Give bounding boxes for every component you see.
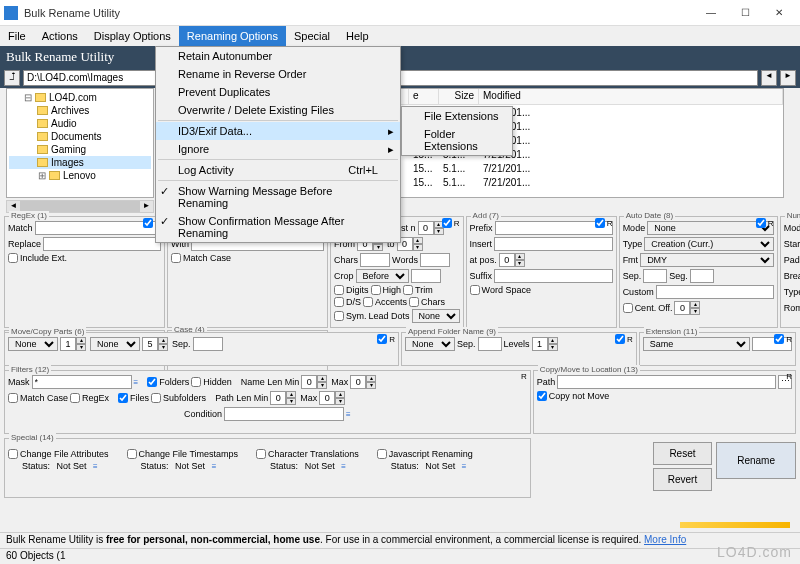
mc-select2[interactable]: None — [90, 337, 140, 351]
chars-input[interactable] — [360, 253, 390, 267]
minimize-button[interactable]: — — [694, 2, 728, 24]
group-enable-checkbox[interactable] — [143, 218, 153, 228]
menuitem-confirm-after[interactable]: ✓Show Confirmation Message After Renamin… — [156, 212, 400, 242]
fmt-select[interactable]: DMY — [640, 253, 774, 267]
hidden-checkbox[interactable] — [191, 377, 201, 387]
subfolders-checkbox[interactable] — [151, 393, 161, 403]
include-ext-checkbox[interactable] — [8, 253, 18, 263]
matchcase-checkbox[interactable] — [8, 393, 18, 403]
mc-sep-input[interactable] — [193, 337, 223, 351]
chars-checkbox[interactable] — [409, 297, 419, 307]
trim-checkbox[interactable] — [403, 285, 413, 295]
tree-item[interactable]: Documents — [51, 131, 102, 142]
mc-select1[interactable]: None — [8, 337, 58, 351]
levels-spinner[interactable]: ▴▾ — [532, 337, 560, 351]
tree-item[interactable]: Lenovo — [63, 170, 96, 181]
crop-select[interactable]: Before — [356, 269, 409, 283]
reset-icon[interactable]: R — [454, 219, 460, 228]
path-prev-button[interactable]: ◄ — [761, 70, 777, 86]
matchcase-checkbox[interactable] — [171, 253, 181, 263]
cft-checkbox[interactable] — [127, 449, 137, 459]
folder-tree[interactable]: ⊟LO4D.com Archives Audio Documents Gamin… — [6, 88, 154, 198]
words-input[interactable] — [420, 253, 450, 267]
copynotmove-checkbox[interactable] — [537, 391, 547, 401]
mc-spinner1[interactable]: ▴▾ — [60, 337, 88, 351]
menuitem-log-activity[interactable]: Log ActivityCtrl+L — [156, 161, 400, 179]
path-next-button[interactable]: ► — [780, 70, 796, 86]
tree-item[interactable]: Audio — [51, 118, 77, 129]
jr-checkbox[interactable] — [377, 449, 387, 459]
off-spinner[interactable]: ▴▾ — [674, 301, 702, 315]
custom-input[interactable] — [656, 285, 774, 299]
af-select[interactable]: None — [405, 337, 455, 351]
wordspace-checkbox[interactable] — [470, 285, 480, 295]
nlmax-spinner[interactable]: ▴▾ — [350, 375, 378, 389]
menuitem-warn-before[interactable]: ✓Show Warning Message Before Renaming — [156, 182, 400, 212]
cent-checkbox[interactable] — [623, 303, 633, 313]
crop-input[interactable] — [411, 269, 441, 283]
ds-checkbox[interactable] — [334, 297, 344, 307]
seg-input[interactable] — [690, 269, 714, 283]
reset-icon[interactable]: R — [786, 372, 792, 381]
menu-file[interactable]: File — [0, 26, 34, 46]
menuitem-folder-extensions[interactable]: Folder Extensions — [402, 125, 512, 155]
tree-item[interactable]: Gaming — [51, 144, 86, 155]
mask-input[interactable] — [32, 375, 132, 389]
group-enable-checkbox[interactable] — [377, 334, 387, 344]
condition-opts-icon[interactable]: ≡ — [346, 410, 351, 419]
ct-checkbox[interactable] — [256, 449, 266, 459]
reset-icon[interactable]: R — [627, 335, 633, 344]
ext-select[interactable]: Same — [643, 337, 750, 351]
sep-input[interactable] — [643, 269, 667, 283]
rename-button[interactable]: Rename — [716, 442, 796, 479]
files-checkbox[interactable] — [118, 393, 128, 403]
atpos-spinner[interactable]: ▴▾ — [499, 253, 527, 267]
group-enable-checkbox[interactable] — [615, 334, 625, 344]
af-sep-input[interactable] — [478, 337, 502, 351]
folder-up-button[interactable]: ⮥ — [4, 70, 20, 86]
insert-input[interactable] — [494, 237, 613, 251]
regex-checkbox[interactable] — [70, 393, 80, 403]
close-button[interactable]: ✕ — [762, 2, 796, 24]
suffix-input[interactable] — [494, 269, 613, 283]
group-enable-checkbox[interactable] — [774, 334, 784, 344]
tree-item[interactable]: Archives — [51, 105, 89, 116]
type-select[interactable]: Creation (Curr.) — [644, 237, 774, 251]
reset-button[interactable]: Reset — [653, 442, 712, 465]
mc-spinner2[interactable]: ▴▾ — [142, 337, 170, 351]
tree-root[interactable]: LO4D.com — [49, 92, 97, 103]
high-checkbox[interactable] — [371, 285, 381, 295]
regex-replace-input[interactable] — [43, 237, 161, 251]
path-input2[interactable] — [557, 375, 776, 389]
menu-special[interactable]: Special — [286, 26, 338, 46]
plm-spinner[interactable]: ▴▾ — [270, 391, 298, 405]
reset-icon[interactable]: R — [786, 335, 792, 344]
expand-icon[interactable]: ⊟ — [23, 92, 32, 103]
menuitem-file-extensions[interactable]: File Extensions — [402, 107, 512, 125]
menuitem-rename-reverse[interactable]: Rename in Reverse Order — [156, 65, 400, 83]
reset-icon[interactable]: R — [389, 335, 395, 344]
menu-actions[interactable]: Actions — [34, 26, 86, 46]
group-enable-checkbox[interactable] — [756, 218, 766, 228]
menuitem-id3-exif[interactable]: ID3/Exif Data...▸ — [156, 122, 400, 140]
menuitem-ignore[interactable]: Ignore▸ — [156, 140, 400, 158]
opts-icon[interactable]: ≡ — [462, 462, 467, 471]
menu-help[interactable]: Help — [338, 26, 377, 46]
menuitem-prevent-duplicates[interactable]: Prevent Duplicates — [156, 83, 400, 101]
group-enable-checkbox[interactable] — [595, 218, 605, 228]
folders-checkbox[interactable] — [147, 377, 157, 387]
reset-icon[interactable]: R — [607, 219, 613, 228]
mode-select[interactable]: None — [647, 221, 774, 235]
leaddots-select[interactable]: None — [412, 309, 460, 323]
nlm-spinner[interactable]: ▴▾ — [301, 375, 329, 389]
group-enable-checkbox[interactable] — [442, 218, 452, 228]
condition-input[interactable] — [224, 407, 344, 421]
revert-button[interactable]: Revert — [653, 468, 712, 491]
col-size[interactable]: Size — [439, 89, 479, 104]
regex-match-input[interactable] — [35, 221, 162, 235]
col-modified[interactable]: Modified — [479, 89, 783, 104]
reset-icon[interactable]: R — [768, 219, 774, 228]
menu-renaming-options[interactable]: Renaming Options — [179, 26, 286, 46]
menuitem-overwrite-delete[interactable]: Overwrite / Delete Existing Files — [156, 101, 400, 119]
expand-icon[interactable]: ⊞ — [37, 170, 46, 181]
